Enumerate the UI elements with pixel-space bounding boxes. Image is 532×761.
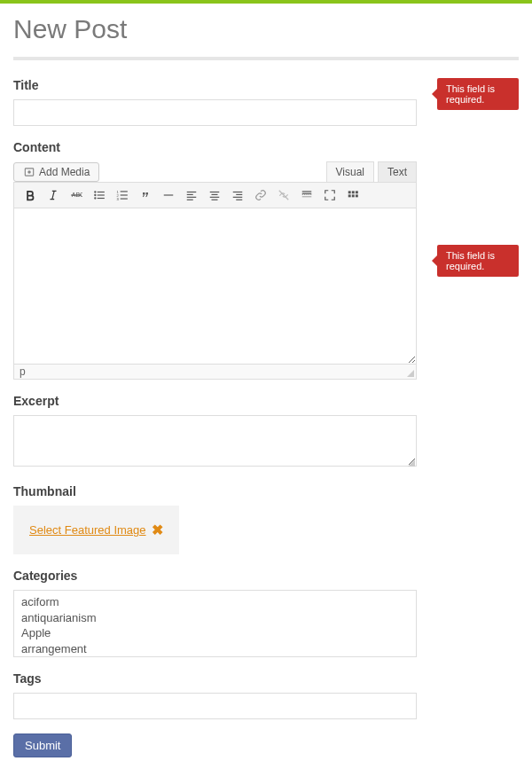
excerpt-textarea[interactable] [13,415,417,467]
svg-rect-25 [233,197,243,198]
align-center-button[interactable] [207,188,222,202]
category-option[interactable]: Apple [16,625,414,641]
svg-rect-30 [302,196,312,197]
svg-rect-17 [187,197,197,198]
title-divider [13,57,519,60]
strikethrough-button[interactable]: ABC [69,188,83,202]
tags-label: Tags [13,671,519,686]
svg-text:3: 3 [117,197,120,201]
tags-field-block: Tags [13,671,519,719]
svg-rect-11 [121,191,128,192]
editor-toolbar: ABC 123 [13,182,417,208]
tab-text[interactable]: Text [378,161,417,182]
excerpt-label: Excerpt [13,394,519,408]
svg-rect-7 [98,198,105,199]
svg-rect-6 [98,194,105,195]
tab-visual[interactable]: Visual [326,161,374,182]
svg-rect-32 [348,191,351,193]
svg-rect-21 [210,197,220,198]
page-container: New Post Title This field is required. C… [0,4,532,761]
svg-rect-33 [352,191,355,193]
italic-button[interactable] [46,188,60,202]
category-option[interactable]: arrangement [16,641,414,657]
svg-rect-13 [121,199,128,200]
svg-rect-15 [187,192,197,192]
editor-top: Add Media Visual Text [13,161,417,182]
category-option[interactable]: aciform [16,594,414,610]
title-field-block: Title This field is required. [13,78,519,126]
categories-field-block: Categories aciformantiquarianismApplearr… [13,569,519,657]
content-error: This field is required. [437,245,519,277]
svg-rect-19 [210,192,220,192]
editor-tabs: Visual Text [323,161,417,182]
hr-button[interactable] [161,188,176,202]
tags-input[interactable] [13,693,417,719]
svg-rect-23 [233,192,243,192]
categories-label: Categories [13,569,519,583]
svg-rect-5 [98,192,105,192]
thumbnail-selector: Select Featured Image ✖ [13,506,179,554]
svg-rect-37 [356,194,358,197]
media-icon [23,166,35,178]
svg-point-2 [94,191,96,192]
svg-rect-20 [212,194,218,195]
align-right-button[interactable] [231,188,245,202]
svg-rect-14 [164,194,174,195]
toolbar-toggle-button[interactable] [346,188,360,202]
thumbnail-field-block: Thumbnail Select Featured Image ✖ [13,484,519,554]
category-option[interactable]: antiquarianism [16,610,414,626]
svg-rect-22 [212,200,218,200]
submit-button[interactable]: Submit [13,734,72,757]
unlink-button[interactable] [277,188,291,202]
align-left-button[interactable] [184,188,199,202]
content-label: Content [13,140,519,154]
blockquote-button[interactable] [138,188,153,202]
svg-rect-18 [187,200,193,200]
svg-rect-24 [236,194,242,195]
thumbnail-label: Thumbnail [13,484,519,498]
editor-status-bar: p [13,365,417,380]
page-title: New Post [13,14,519,44]
resize-grip-icon[interactable] [408,459,415,467]
svg-rect-26 [236,200,242,200]
content-editor[interactable] [13,208,417,365]
clear-thumbnail-icon[interactable]: ✖ [152,522,163,538]
categories-select[interactable]: aciformantiquarianismApplearrangement [13,590,417,657]
title-input[interactable] [13,99,417,126]
bullet-list-button[interactable] [92,188,106,202]
resize-grip-icon[interactable] [407,370,414,377]
svg-rect-16 [187,194,193,195]
svg-rect-35 [348,194,351,197]
svg-rect-34 [356,191,358,193]
insert-more-button[interactable] [300,188,314,202]
svg-point-3 [94,194,96,196]
excerpt-field-block: Excerpt [13,394,519,470]
svg-rect-28 [302,191,312,192]
add-media-label: Add Media [39,166,90,178]
svg-rect-36 [352,194,355,197]
content-field-block: Content Add Media Visual Text ABC 123 p … [13,140,519,380]
svg-rect-29 [302,193,312,194]
editor-path: p [20,365,26,378]
svg-rect-12 [121,194,128,195]
select-featured-image-link[interactable]: Select Featured Image [29,523,146,537]
fullscreen-button[interactable] [323,188,337,202]
title-error: This field is required. [437,78,519,110]
numbered-list-button[interactable]: 123 [115,188,129,202]
svg-point-4 [94,197,96,199]
bold-button[interactable] [23,188,37,202]
link-button[interactable] [254,188,268,202]
add-media-button[interactable]: Add Media [13,162,99,182]
